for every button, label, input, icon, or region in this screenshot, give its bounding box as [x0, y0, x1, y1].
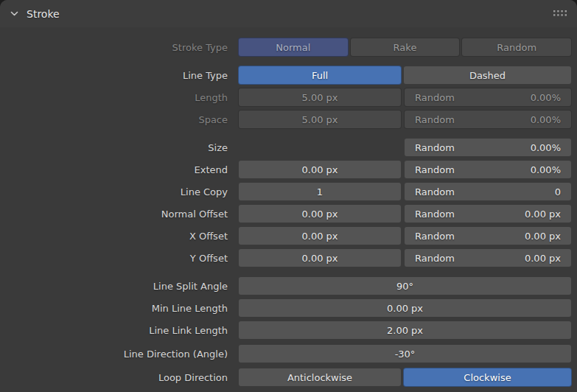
field-sublabel: Random — [415, 164, 455, 175]
field-value: 0.00 px — [301, 164, 338, 175]
row-size: SizeRandom0.00% — [0, 138, 572, 157]
value-field[interactable]: 2.00 px — [238, 321, 572, 340]
random-field[interactable]: Random0 — [404, 182, 572, 201]
row-line-direction-angle: Line Direction (Angle)-30° — [0, 344, 572, 363]
field-value: 0.00% — [531, 164, 561, 175]
field-value: 5.00 px — [301, 114, 338, 125]
segment-button-random: Random — [461, 38, 572, 57]
field-group: 5.00 pxRandom0.00% — [238, 88, 572, 107]
value-field[interactable]: 0.00 px — [238, 248, 402, 267]
field-group: 0.00 px — [238, 298, 572, 318]
field-sublabel: Random — [415, 231, 455, 242]
row-y-offset: Y Offset0.00 pxRandom0.00 px — [0, 248, 572, 267]
value-field[interactable]: 0.00 px — [238, 226, 402, 245]
field-sublabel: Random — [415, 142, 455, 153]
field-value: 0.00 px — [301, 209, 338, 220]
value-field: 5.00 px — [238, 110, 402, 129]
field-group: 0.00 pxRandom0.00 px — [238, 204, 572, 223]
field-label: X Offset — [0, 231, 238, 242]
random-field[interactable]: Random0.00% — [404, 160, 572, 179]
field-group: 0.00 pxRandom0.00 px — [238, 248, 572, 267]
value-field: 5.00 px — [238, 88, 402, 107]
field-group: 90° — [238, 276, 572, 295]
field-group: 5.00 pxRandom0.00% — [238, 110, 572, 129]
field-sublabel: Random — [415, 92, 455, 103]
row-line-link-length: Line Link Length2.00 px — [0, 321, 572, 340]
field-sublabel: Random — [415, 253, 455, 264]
field-label: Line Type — [0, 70, 238, 81]
field-label: Extend — [0, 164, 238, 175]
field-value: 0.00% — [531, 142, 561, 153]
random-field: Random0.00% — [404, 88, 572, 107]
value-field[interactable]: 90° — [238, 276, 572, 295]
segment-button-rake: Rake — [350, 38, 461, 57]
field-value: 0.00 px — [525, 209, 561, 220]
grip-dots-icon[interactable] — [553, 10, 567, 17]
field-label: Stroke Type — [0, 42, 238, 53]
random-field[interactable]: Random0.00 px — [404, 226, 572, 245]
value-field[interactable]: 1 — [238, 182, 402, 201]
field-group: 1Random0 — [238, 182, 572, 201]
field-value: 0.00 px — [301, 231, 338, 242]
field-label: Loop Direction — [0, 372, 238, 383]
row-length: Length5.00 pxRandom0.00% — [0, 88, 572, 107]
field-label: Line Direction (Angle) — [0, 349, 238, 360]
random-field[interactable]: Random0.00% — [404, 138, 572, 157]
segment-button-normal: Normal — [238, 38, 349, 57]
panel-header[interactable]: Stroke — [0, 0, 577, 27]
row-line-type: Line TypeFullDashed — [0, 66, 572, 85]
field-value: 5.00 px — [301, 92, 338, 103]
panel-title: Stroke — [27, 8, 60, 20]
field-label: Line Link Length — [0, 325, 238, 336]
value-field[interactable]: 0.00 px — [238, 298, 572, 318]
field-group: FullDashed — [238, 66, 572, 85]
field-value: 0 — [555, 186, 561, 197]
field-group: NormalRakeRandom — [238, 38, 572, 57]
segment-button-clockwise[interactable]: Clockwise — [403, 368, 572, 387]
row-stroke-type: Stroke TypeNormalRakeRandom — [0, 38, 572, 57]
value-field[interactable]: 0.00 px — [238, 204, 402, 223]
value-field[interactable]: 0.00 px — [238, 160, 402, 179]
segment-button-anticlockwise[interactable]: Anticlockwise — [238, 368, 402, 387]
field-value: 1 — [317, 186, 323, 197]
field-value: -30° — [395, 349, 416, 360]
field-value: 0.00% — [531, 92, 561, 103]
field-value: 0.00 px — [525, 253, 561, 264]
row-extend: Extend0.00 pxRandom0.00% — [0, 160, 572, 179]
random-field[interactable]: Random0.00 px — [404, 248, 572, 267]
field-label: Space — [0, 114, 238, 125]
row-x-offset: X Offset0.00 pxRandom0.00 px — [0, 226, 572, 245]
field-label: Y Offset — [0, 253, 238, 264]
field-value: 2.00 px — [387, 325, 423, 336]
field-value: 0.00% — [531, 114, 561, 125]
row-line-copy: Line Copy1Random0 — [0, 182, 572, 201]
row-space: Space5.00 pxRandom0.00% — [0, 110, 572, 129]
field-sublabel: Random — [415, 209, 455, 220]
value-field[interactable]: -30° — [238, 344, 572, 363]
field-value: 90° — [396, 281, 413, 292]
field-group: 0.00 pxRandom0.00% — [238, 160, 572, 179]
segment-button-dashed[interactable]: Dashed — [403, 66, 572, 85]
field-label: Line Copy — [0, 186, 238, 197]
row-loop-direction: Loop DirectionAnticlockwiseClockwise — [0, 368, 572, 387]
field-group: 0.00 pxRandom0.00 px — [238, 226, 572, 245]
field-label: Line Split Angle — [0, 281, 238, 292]
field-label: Min Line Length — [0, 303, 238, 314]
field-group: 2.00 px — [238, 321, 572, 340]
field-group: -30° — [238, 344, 572, 363]
field-value: 0.00 px — [525, 231, 561, 242]
field-label: Length — [0, 92, 238, 103]
segment-button-full[interactable]: Full — [238, 66, 402, 85]
chevron-down-icon[interactable] — [9, 8, 20, 19]
field-value: 0.00 px — [387, 303, 423, 314]
empty-field-slot — [238, 138, 402, 157]
row-min-line-length: Min Line Length0.00 px — [0, 298, 572, 318]
field-label: Normal Offset — [0, 209, 238, 220]
random-field[interactable]: Random0.00 px — [404, 204, 572, 223]
field-group: AnticlockwiseClockwise — [238, 368, 572, 387]
field-sublabel: Random — [415, 114, 455, 125]
field-sublabel: Random — [415, 186, 455, 197]
stroke-panel: Stroke Stroke TypeNormalRakeRandomLine T… — [0, 0, 577, 392]
panel-rows: Stroke TypeNormalRakeRandomLine TypeFull… — [0, 27, 577, 387]
random-field: Random0.00% — [404, 110, 572, 129]
